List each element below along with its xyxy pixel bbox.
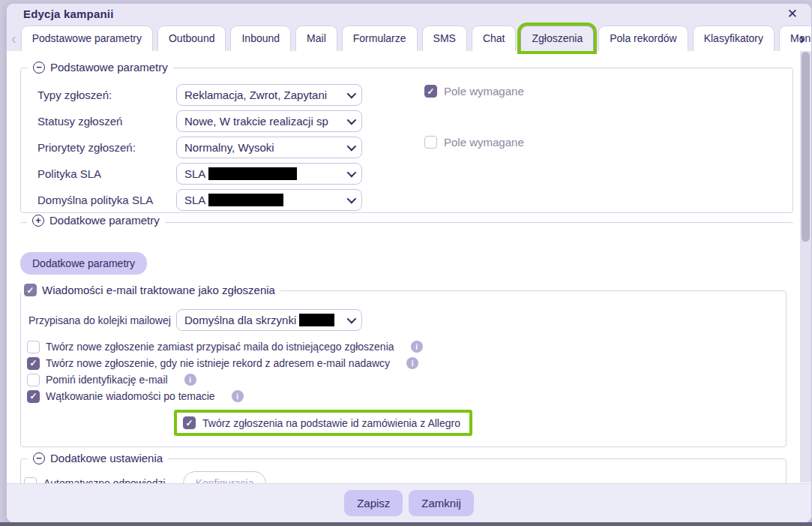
info-icon[interactable]: i bbox=[184, 374, 196, 386]
redacted-value bbox=[299, 314, 334, 326]
tabs: Podstawowe parametry Outbound Inbound Ma… bbox=[21, 26, 812, 51]
kolejka-mailowa-select[interactable]: Domyślna dla skrzynki bbox=[176, 309, 362, 331]
select-value: Reklamacja, Zwrot, Zapytani bbox=[184, 89, 341, 101]
email-section-legend: ✓ Wiadomości e-mail traktowane jako zgło… bbox=[21, 284, 280, 296]
close-button[interactable]: Zamknij bbox=[409, 490, 474, 516]
tabs-scroll-right-icon[interactable]: › bbox=[797, 27, 807, 50]
pole-wymagane-checkbox[interactable]: ✓ bbox=[424, 136, 437, 149]
field-row-domyslna-polityka-sla: Domyślna polityka SLA SLA bbox=[37, 189, 793, 211]
basic-params-legend: − Podstawowe parametry bbox=[28, 61, 173, 74]
additional-settings-section: − Dodatkowe ustawienia ✓ Automatyczne od… bbox=[20, 458, 787, 483]
tab-inbound[interactable]: Inbound bbox=[230, 26, 291, 51]
select-value: Normalny, Wysoki bbox=[184, 141, 341, 154]
option-row-new-ticket-instead: ✓ Twórz nowe zgłoszenie zamiast przypisa… bbox=[27, 338, 777, 355]
option-label: Pomiń identyfikację e-mail bbox=[46, 374, 168, 386]
required-field-checkbox-row: ✓ Pole wymagane bbox=[424, 85, 524, 98]
tab-podstawowe-parametry[interactable]: Podstawowe parametry bbox=[21, 26, 153, 51]
tab-bar: ‹ Podstawowe parametry Outbound Inbound … bbox=[7, 24, 811, 51]
select-value: SLA bbox=[184, 167, 205, 180]
option-checkbox[interactable]: ✓ bbox=[27, 341, 40, 353]
tab-formularze[interactable]: Formularze bbox=[342, 26, 418, 51]
option-checkbox[interactable]: ✓ bbox=[27, 390, 40, 403]
page-background-edge bbox=[0, 522, 812, 526]
chevron-down-icon bbox=[347, 194, 357, 204]
vertical-scrollbar[interactable] bbox=[800, 51, 811, 482]
tab-monitoring-i-ocena[interactable]: Monitoring i ocena bbox=[779, 26, 812, 51]
info-icon[interactable]: i bbox=[411, 341, 423, 353]
field-label: Statusy zgłoszeń bbox=[37, 115, 176, 128]
option-checkbox[interactable]: ✓ bbox=[27, 357, 40, 370]
auto-reply-row: ✓ Automatyczne odpowiedzi Konfiguracja bbox=[24, 471, 778, 483]
option-row-skip-email-identification: ✓ Pomiń identyfikację e-mail i bbox=[27, 371, 777, 388]
chevron-down-icon bbox=[347, 168, 357, 178]
additional-params-legend: + Dodatkowe parametry bbox=[27, 214, 165, 227]
info-icon[interactable]: i bbox=[232, 390, 244, 402]
redacted-value bbox=[208, 194, 283, 206]
additional-settings-legend-label: Dodatkowe ustawienia bbox=[50, 452, 163, 464]
dialog-title: Edycja kampanii bbox=[23, 8, 114, 20]
field-label: Przypisana do kolejki mailowej bbox=[28, 314, 176, 326]
option-row-new-ticket-no-record: ✓ Twórz nowe zgłoszenie, gdy nie istniej… bbox=[27, 355, 777, 371]
pole-wymagane-checkbox[interactable]: ✓ bbox=[424, 85, 437, 98]
konfiguracja-button[interactable]: Konfiguracja bbox=[183, 471, 267, 483]
typy-zgloszen-select[interactable]: Reklamacja, Zwrot, Zapytani bbox=[176, 84, 362, 106]
auto-reply-checkbox[interactable]: ✓ bbox=[24, 477, 37, 484]
field-row-priorytety-zgloszen: Priorytety zgłoszeń: Normalny, Wysoki bbox=[37, 137, 793, 158]
tab-zgloszenia[interactable]: Zgłoszenia bbox=[520, 26, 594, 51]
scrollbar-thumb[interactable] bbox=[802, 52, 810, 242]
additional-params-collapsed-section: + Dodatkowe parametry bbox=[20, 222, 793, 240]
additional-params-pill[interactable]: Dodatkowe parametry bbox=[20, 252, 147, 275]
allegro-option-checkbox[interactable]: ✓ bbox=[183, 416, 196, 429]
redacted-value bbox=[208, 167, 297, 180]
option-label: Twórz nowe zgłoszenie, gdy nie istnieje … bbox=[46, 357, 390, 369]
email-section-legend-label: Wiadomości e-mail traktowane jako zgłosz… bbox=[42, 284, 275, 296]
field-label: Polityka SLA bbox=[37, 167, 176, 180]
field-label: Priorytety zgłoszeń: bbox=[37, 141, 176, 154]
dialog-footer: Zapisz Zamknij bbox=[7, 483, 811, 522]
additional-settings-legend: − Dodatkowe ustawienia bbox=[28, 452, 168, 464]
close-icon[interactable]: ✕ bbox=[784, 6, 801, 22]
required-field-checkbox-row: ✓ Pole wymagane bbox=[424, 136, 524, 149]
email-as-tickets-checkbox[interactable]: ✓ bbox=[24, 284, 37, 296]
expand-icon[interactable]: + bbox=[32, 215, 44, 227]
option-row-threading-by-subject: ✓ Wątkowanie wiadomości po temacie i bbox=[27, 388, 777, 404]
edit-campaign-dialog: Edycja kampanii ✕ ‹ Podstawowe parametry… bbox=[6, 3, 812, 523]
allegro-option-highlighted: ✓ Twórz zgłoszenia na podstawie id zamów… bbox=[174, 410, 472, 436]
statusy-zgloszen-select[interactable]: Nowe, W trakcie realizacji sp bbox=[176, 110, 362, 132]
tabs-scroll-left-icon[interactable]: ‹ bbox=[10, 26, 21, 51]
save-button[interactable]: Zapisz bbox=[344, 490, 403, 516]
tab-chat[interactable]: Chat bbox=[472, 26, 517, 51]
chevron-down-icon bbox=[347, 314, 357, 324]
option-checkbox[interactable]: ✓ bbox=[27, 374, 40, 386]
collapse-icon[interactable]: − bbox=[33, 62, 45, 74]
tab-mail[interactable]: Mail bbox=[295, 26, 337, 51]
tab-outbound[interactable]: Outbound bbox=[157, 26, 226, 51]
field-row-statusy-zgloszen: Statusy zgłoszeń Nowe, W trakcie realiza… bbox=[37, 110, 793, 132]
polityka-sla-select[interactable]: SLA bbox=[176, 163, 362, 185]
collapse-icon[interactable]: − bbox=[33, 452, 45, 464]
chevron-down-icon bbox=[347, 89, 357, 99]
email-as-tickets-section: ✓ Wiadomości e-mail traktowane jako zgło… bbox=[20, 290, 787, 447]
select-value: SLA bbox=[184, 194, 205, 206]
dialog-titlebar: Edycja kampanii ✕ bbox=[7, 4, 811, 24]
chevron-down-icon bbox=[347, 116, 357, 125]
tab-pola-rekordow[interactable]: Pola rekordów bbox=[598, 26, 688, 51]
select-value: Nowe, W trakcie realizacji sp bbox=[184, 115, 341, 128]
field-row-typy-zgloszen: Typy zgłoszeń: Reklamacja, Zwrot, Zapyta… bbox=[37, 84, 793, 106]
priorytety-zgloszen-select[interactable]: Normalny, Wysoki bbox=[176, 137, 362, 158]
allegro-option-label: Twórz zgłoszenia na podstawie id zamówie… bbox=[202, 417, 460, 429]
domyslna-polityka-sla-select[interactable]: SLA bbox=[176, 189, 362, 211]
option-label: Twórz nowe zgłoszenie zamiast przypisać … bbox=[46, 341, 394, 353]
field-row-kolejka-mailowa: Przypisana do kolejki mailowej Domyślna … bbox=[28, 309, 777, 331]
chevron-down-icon bbox=[347, 142, 357, 152]
basic-params-section: − Podstawowe parametry Typy zgłoszeń: Re… bbox=[20, 68, 793, 213]
field-label: Typy zgłoszeń: bbox=[37, 89, 176, 101]
auto-reply-label: Automatyczne odpowiedzi bbox=[43, 477, 166, 483]
pole-wymagane-label: Pole wymagane bbox=[444, 136, 524, 149]
additional-params-legend-label: Dodatkowe parametry bbox=[49, 214, 160, 227]
tab-sms[interactable]: SMS bbox=[422, 26, 467, 51]
info-icon[interactable]: i bbox=[406, 357, 418, 369]
select-value: Domyślna dla skrzynki bbox=[184, 314, 296, 326]
field-label: Domyślna polityka SLA bbox=[37, 194, 176, 206]
tab-klasyfikatory[interactable]: Klasyfikatory bbox=[693, 26, 775, 51]
